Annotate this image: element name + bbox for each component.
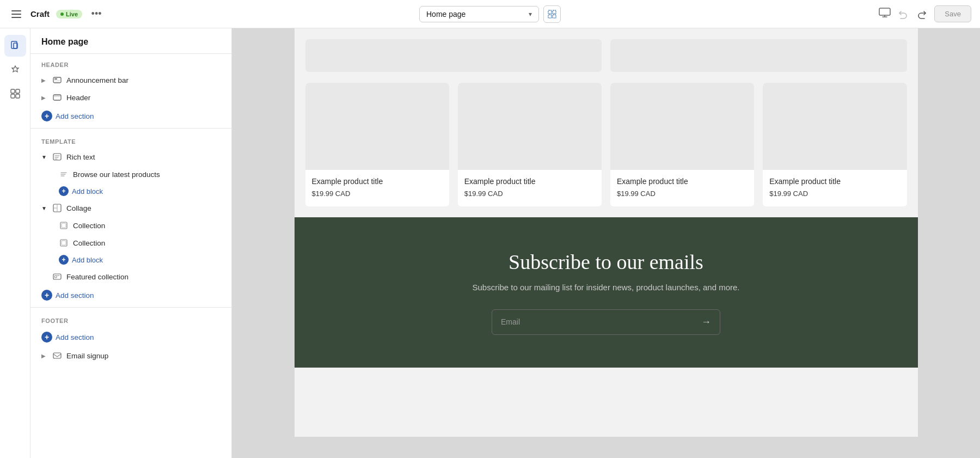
- header-section-label: HEADER: [30, 54, 231, 71]
- svg-rect-8: [11, 41, 17, 48]
- product-price-3: $19.99 CAD: [617, 190, 748, 198]
- chevron-right-icon: ▶: [41, 95, 48, 101]
- sidebar-icon-pages[interactable]: [4, 35, 26, 57]
- undo-button[interactable]: [895, 7, 910, 22]
- plus-icon: +: [59, 255, 69, 265]
- collage-icon: [52, 203, 62, 213]
- svg-rect-3: [548, 10, 552, 14]
- product-card-1[interactable]: Example product title $19.99 CAD: [305, 83, 449, 206]
- email-signup-icon: [52, 351, 62, 361]
- product-image-4: [763, 83, 906, 170]
- plus-icon: +: [59, 186, 69, 196]
- plus-icon: +: [41, 332, 52, 343]
- plus-icon: +: [41, 290, 52, 301]
- product-card-2[interactable]: Example product title $19.99 CAD: [458, 83, 602, 206]
- sidebar-icon-blocks[interactable]: [4, 83, 26, 105]
- icon-sidebar: [0, 28, 30, 458]
- email-input-row[interactable]: →: [492, 309, 720, 335]
- svg-rect-5: [548, 15, 552, 18]
- topbar-center: Home page ▾: [419, 5, 561, 23]
- svg-rect-12: [11, 94, 15, 98]
- collection-1-item[interactable]: Collection: [30, 217, 231, 234]
- product-card-3[interactable]: Example product title $19.99 CAD: [610, 83, 754, 206]
- announcement-bar-label: Announcement bar: [66, 76, 220, 84]
- divider-2: [30, 307, 231, 308]
- live-dot: [60, 13, 64, 16]
- product-price-1: $19.99 CAD: [312, 190, 443, 198]
- rich-text-icon: [52, 152, 62, 162]
- collection-1-label: Collection: [73, 222, 220, 230]
- email-input[interactable]: [492, 310, 693, 334]
- svg-rect-24: [62, 223, 66, 228]
- left-panel-scroll[interactable]: HEADER ▶ Announcement bar ▶: [30, 54, 231, 458]
- product-grid-section: Example product title $19.99 CAD Example…: [295, 72, 918, 217]
- main-area: Home page HEADER ▶ Announcement bar ▶: [0, 28, 980, 458]
- sidebar-icon-customize[interactable]: [4, 59, 26, 81]
- topbar-left: Craft Live •••: [9, 7, 413, 22]
- svg-rect-15: [54, 78, 57, 80]
- announcement-bar-icon: [52, 75, 62, 85]
- announcement-bar-item[interactable]: ▶ Announcement bar: [30, 71, 231, 89]
- featured-collection-item[interactable]: ▶ Featured collection: [30, 268, 231, 285]
- left-panel-header: Home page: [30, 28, 231, 54]
- add-section-footer-button[interactable]: + Add section: [30, 327, 231, 347]
- collage-item[interactable]: ▼ Collage: [30, 199, 231, 217]
- product-image-3: [610, 83, 754, 170]
- featured-collection-icon: [52, 272, 62, 282]
- header-label: Header: [66, 94, 220, 102]
- svg-rect-13: [16, 94, 20, 98]
- collection-2-item[interactable]: Collection: [30, 234, 231, 252]
- svg-rect-26: [62, 241, 66, 245]
- svg-rect-11: [16, 89, 20, 93]
- divider-1: [30, 128, 231, 129]
- add-section-header-label: Add section: [56, 112, 94, 120]
- product-info-1: Example product title $19.99 CAD: [305, 170, 449, 200]
- page-canvas: Example product title $19.99 CAD Example…: [295, 28, 918, 437]
- browse-block-label: Browse our latest products: [73, 170, 220, 179]
- product-title-2: Example product title: [464, 176, 595, 187]
- partial-card-1: [305, 39, 602, 72]
- template-section-label: TEMPLATE: [30, 131, 231, 148]
- rich-text-item[interactable]: ▼ Rich text: [30, 148, 231, 166]
- page-title: Home page: [41, 37, 220, 47]
- svg-rect-10: [11, 89, 15, 93]
- svg-rect-0: [11, 10, 21, 11]
- add-section-template-button[interactable]: + Add section: [30, 285, 231, 305]
- more-menu-button[interactable]: •••: [89, 7, 104, 22]
- browse-block-item[interactable]: Browse our latest products: [30, 166, 231, 183]
- product-price-4: $19.99 CAD: [769, 190, 900, 198]
- add-section-header-button[interactable]: + Add section: [30, 106, 231, 126]
- header-item[interactable]: ▶ Header: [30, 89, 231, 106]
- menu-icon[interactable]: [9, 7, 24, 22]
- add-block-2-button[interactable]: + Add block: [30, 252, 231, 268]
- product-card-4[interactable]: Example product title $19.99 CAD: [763, 83, 906, 206]
- svg-rect-18: [54, 95, 60, 97]
- svg-rect-6: [553, 15, 556, 18]
- grid-view-button[interactable]: [543, 5, 561, 23]
- product-info-2: Example product title $19.99 CAD: [458, 170, 602, 200]
- desktop-icon[interactable]: [879, 8, 891, 20]
- content-scroll[interactable]: Example product title $19.99 CAD Example…: [232, 28, 980, 458]
- email-signup-item[interactable]: ▶ Email signup: [30, 347, 231, 364]
- subscribe-subtitle: Subscribe to our mailing list for inside…: [316, 283, 896, 292]
- add-block-2-label: Add block: [72, 256, 103, 264]
- redo-button[interactable]: [915, 7, 930, 22]
- add-block-1-button[interactable]: + Add block: [30, 183, 231, 199]
- product-info-3: Example product title $19.99 CAD: [610, 170, 754, 200]
- chevron-right-icon: ▶: [41, 77, 48, 83]
- top-partial-section: [295, 28, 918, 72]
- add-section-template-label: Add section: [56, 291, 94, 300]
- svg-rect-7: [879, 8, 890, 15]
- svg-rect-16: [54, 81, 60, 81]
- svg-rect-1: [11, 14, 21, 15]
- header-icon: [52, 93, 62, 102]
- chevron-down-icon: ▾: [529, 10, 532, 18]
- save-button[interactable]: Save: [934, 5, 971, 22]
- email-submit-button[interactable]: →: [693, 310, 720, 334]
- page-selector[interactable]: Home page ▾: [419, 6, 539, 22]
- svg-rect-27: [53, 274, 61, 279]
- rich-text-label: Rich text: [66, 153, 220, 161]
- app-name: Craft: [30, 9, 50, 19]
- topbar: Craft Live ••• Home page ▾: [0, 0, 980, 28]
- product-title-4: Example product title: [769, 176, 900, 187]
